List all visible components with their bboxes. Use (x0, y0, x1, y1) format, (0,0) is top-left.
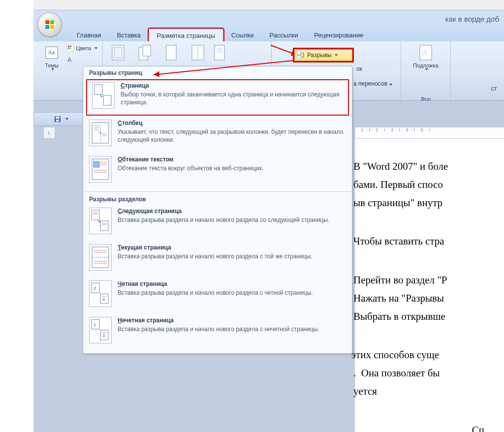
svg-text:3: 3 (102, 333, 105, 338)
svg-text:A: A (67, 57, 71, 63)
svg-rect-31 (56, 117, 60, 119)
svg-rect-43 (94, 161, 99, 167)
textwrap-break-icon (89, 156, 112, 183)
menu-item-page-break[interactable]: Страница Выбор точки, в которой заканчив… (86, 79, 349, 116)
svg-text:1: 1 (94, 322, 96, 327)
column-break-icon (89, 120, 112, 146)
svg-text:2: 2 (94, 286, 96, 291)
ribbon-tabs: Главная Вставка Разметка страницы Ссылки… (33, 27, 504, 42)
svg-rect-4 (50, 25, 54, 29)
menu-item-continuous[interactable]: Текущая страница Вставка разрыва раздела… (83, 241, 352, 278)
window-title: как в ворде доб (445, 15, 499, 23)
breaks-icon (297, 51, 306, 59)
menu-item-next-page[interactable]: Следующая страница Вставка разрыва разде… (83, 205, 352, 241)
next-page-icon (89, 208, 112, 234)
svg-rect-11 (70, 48, 71, 49)
size-icon (164, 44, 178, 62)
watermark-icon: A (419, 44, 433, 62)
office-button[interactable] (37, 12, 62, 37)
menu-item-even-page[interactable]: 24 Четная страница Вставка разрыва разде… (83, 278, 352, 314)
svg-rect-34 (103, 95, 111, 105)
menu-item-column-break[interactable]: Столбец Указывает, что текст, следующий … (83, 117, 352, 153)
quick-access-toolbar (33, 112, 89, 126)
ribbon-fragment-numbers: ок (356, 65, 362, 72)
watermark-button[interactable]: A Подложка (413, 43, 438, 71)
tab-references[interactable]: Ссылки (223, 29, 262, 41)
orientation-button[interactable] (132, 43, 157, 62)
svg-rect-33 (94, 85, 102, 94)
svg-rect-2 (50, 20, 54, 24)
tab-home[interactable]: Главная (69, 29, 109, 41)
orientation-icon (138, 44, 152, 62)
theme-colors-button[interactable]: Цвета (65, 43, 99, 54)
svg-rect-10 (68, 48, 69, 49)
svg-point-0 (43, 18, 56, 31)
svg-rect-27 (297, 56, 301, 59)
title-bar: как в ворде доб (33, 10, 504, 27)
svg-rect-1 (45, 20, 49, 24)
menu-item-textwrap-break[interactable]: Обтекание текстом Обтекание текста вокру… (83, 153, 352, 189)
fonts-icon: A (67, 56, 74, 63)
group-page-breaks: Разрывы страниц (83, 66, 352, 78)
themes-button[interactable]: Aa Темы (40, 43, 63, 71)
themes-icon: Aa (45, 44, 59, 62)
page-break-icon (92, 82, 115, 109)
ruler-corner[interactable]: L (43, 127, 55, 139)
svg-rect-20 (215, 45, 224, 60)
odd-page-icon: 13 (89, 317, 112, 343)
horizontal-ruler[interactable]: · 1 · І · 2 · І · 3 · І · 4 · І · 5 · І (355, 127, 504, 139)
columns-icon (191, 44, 205, 62)
svg-rect-32 (56, 120, 59, 122)
svg-rect-51 (100, 221, 108, 231)
ribbon-fragment-hyphenation: а переносов (353, 80, 392, 87)
theme-fonts-button[interactable]: A (65, 54, 99, 65)
svg-rect-26 (297, 51, 301, 55)
tab-mailings[interactable]: Рассылки (262, 29, 306, 41)
svg-rect-3 (45, 25, 49, 29)
svg-rect-48 (92, 210, 99, 220)
size-button[interactable] (159, 43, 184, 62)
save-icon[interactable] (54, 116, 61, 123)
office-logo-icon (43, 18, 57, 31)
group-section-breaks: Разрывы разделов (83, 191, 352, 205)
svg-text:Aa: Aa (48, 49, 55, 56)
document-text: В "Word 2007" и боле бами. Первый спосо … (353, 157, 504, 432)
svg-rect-17 (166, 45, 176, 60)
tab-page-layout[interactable]: Разметка страницы (149, 29, 223, 42)
margins-icon (111, 44, 125, 62)
menu-item-odd-page[interactable]: 13 Нечетная страница Вставка разрыва раз… (83, 314, 352, 350)
svg-rect-16 (143, 45, 151, 56)
qat-dropdown[interactable] (65, 118, 68, 120)
tab-review[interactable]: Рецензирование (306, 29, 371, 41)
svg-text:A: A (422, 49, 428, 57)
ribbon-fragment-st: ст (491, 85, 497, 92)
margins-button[interactable] (106, 43, 130, 62)
columns-button[interactable] (186, 43, 210, 62)
svg-rect-9 (70, 46, 71, 47)
breaks-dropdown-panel: Разрывы страниц Страница Выбор точки, в … (83, 66, 352, 354)
continuous-icon (89, 244, 112, 271)
pagesetup-gap (212, 43, 227, 62)
svg-rect-8 (68, 46, 69, 47)
svg-rect-14 (114, 47, 122, 58)
breaks-button[interactable]: Разрывы (294, 49, 352, 61)
tab-insert[interactable]: Вставка (109, 29, 148, 41)
palette-icon (67, 45, 74, 52)
even-page-icon: 24 (89, 280, 112, 307)
svg-text:4: 4 (102, 297, 105, 302)
